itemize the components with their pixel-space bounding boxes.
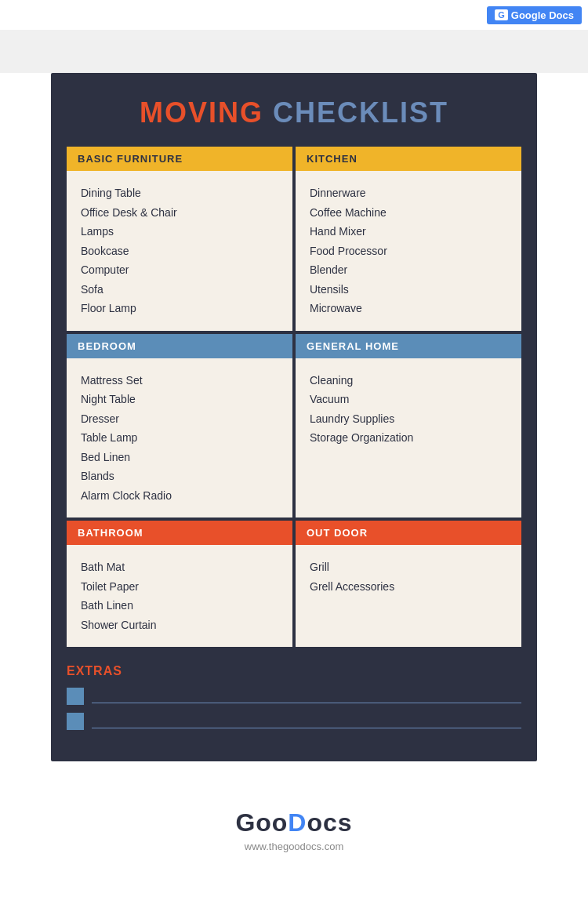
footer-url: www.thegoodocs.com	[0, 841, 588, 852]
section-outdoor: OUT DOOR GrillGrell Accessories	[296, 521, 521, 647]
section-body-basic-furniture: Dining TableOffice Desk & ChairLampsBook…	[67, 171, 292, 331]
footer-logo: GooDocs	[0, 808, 588, 837]
list-item: Bath MatToilet PaperBath LinenShower Cur…	[81, 557, 278, 634]
extras-section: EXTRAS	[67, 664, 521, 730]
list-item: DinnerwareCoffee MachineHand MixerFood P…	[310, 183, 507, 318]
list-item: Mattress SetNight TableDresserTable Lamp…	[81, 371, 278, 506]
list-item: GrillGrell Accessories	[310, 557, 507, 596]
section-header-outdoor: OUT DOOR	[296, 521, 521, 545]
section-basic-furniture: BASIC FURNITURE Dining TableOffice Desk …	[67, 147, 292, 331]
extras-checkbox-2[interactable]	[67, 713, 84, 730]
extras-title: EXTRAS	[67, 664, 521, 678]
extras-checkbox-1[interactable]	[67, 688, 84, 705]
section-kitchen: KITCHEN DinnerwareCoffee MachineHand Mix…	[296, 147, 521, 331]
section-body-kitchen: DinnerwareCoffee MachineHand MixerFood P…	[296, 171, 521, 331]
google-docs-icon: G	[495, 9, 508, 20]
section-body-general-home: CleaningVacuumLaundry SuppliesStorage Or…	[296, 358, 521, 518]
list-item: CleaningVacuumLaundry SuppliesStorage Or…	[310, 371, 507, 448]
extras-line-2	[67, 713, 521, 730]
section-header-general-home: GENERAL HOME	[296, 334, 521, 358]
section-header-bathroom: BATHROOM	[67, 521, 292, 545]
section-body-outdoor: GrillGrell Accessories	[296, 545, 521, 647]
section-header-basic-furniture: BASIC FURNITURE	[67, 147, 292, 171]
logo-goo: Goo	[235, 808, 288, 837]
section-body-bedroom: Mattress SetNight TableDresserTable Lamp…	[67, 358, 292, 518]
checklist-grid: BASIC FURNITURE Dining TableOffice Desk …	[67, 147, 521, 647]
section-general-home: GENERAL HOME CleaningVacuumLaundry Suppl…	[296, 334, 521, 518]
extras-line-1	[67, 688, 521, 705]
section-body-bathroom: Bath MatToilet PaperBath LinenShower Cur…	[67, 545, 292, 647]
section-header-kitchen: KITCHEN	[296, 147, 521, 171]
logo-docs: ocs	[307, 808, 352, 837]
list-item: Dining TableOffice Desk & ChairLampsBook…	[81, 183, 278, 318]
extras-input-2[interactable]	[92, 714, 521, 728]
checklist-card: MOVING CHECKLIST BASIC FURNITURE Dining …	[51, 73, 537, 761]
google-docs-badge[interactable]: G Google Docs	[487, 6, 582, 24]
footer-area: GooDocs www.thegoodocs.com	[0, 761, 588, 876]
section-bathroom: BATHROOM Bath MatToilet PaperBath LinenS…	[67, 521, 292, 647]
checklist-title: MOVING CHECKLIST	[67, 96, 521, 129]
title-checklist: CHECKLIST	[273, 96, 448, 129]
document-area: MOVING CHECKLIST BASIC FURNITURE Dining …	[0, 73, 588, 897]
extras-input-1[interactable]	[92, 689, 521, 703]
title-moving: MOVING	[140, 96, 263, 129]
section-bedroom: BEDROOM Mattress SetNight TableDresserTa…	[67, 334, 292, 518]
section-header-bedroom: BEDROOM	[67, 334, 292, 358]
top-bar: G Google Docs	[0, 0, 588, 30]
logo-d: D	[288, 808, 307, 837]
google-docs-label: Google Docs	[511, 9, 574, 21]
